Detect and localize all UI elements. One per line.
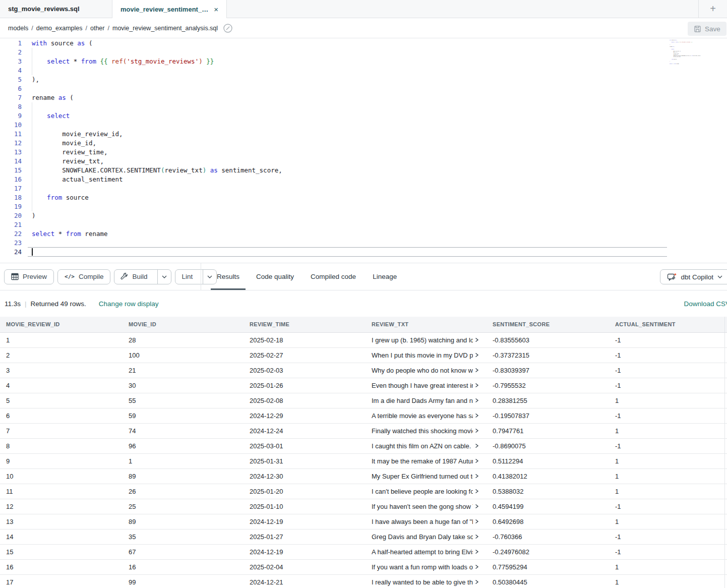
compile-button[interactable]: </> Compile xyxy=(57,269,110,284)
breadcrumb-item[interactable]: demo_examples xyxy=(36,25,83,32)
code-line-text: actual_sentiment xyxy=(32,175,123,184)
editor-line[interactable]: 18 from source xyxy=(0,193,727,202)
expand-row-icon[interactable] xyxy=(474,534,479,539)
line-number: 18 xyxy=(0,193,22,202)
file-tab-bar: stg_movie_reviews.sql movie_review_senti… xyxy=(0,0,727,18)
editor-line[interactable]: 10 xyxy=(0,121,727,130)
build-button[interactable]: Build xyxy=(114,270,153,284)
expand-row-icon[interactable] xyxy=(474,579,479,584)
cell-review-txt: If you haven't seen the gong show TV s… xyxy=(366,499,487,514)
table-edge-cell xyxy=(724,332,727,347)
save-button[interactable]: Save xyxy=(688,22,726,36)
expand-row-icon[interactable] xyxy=(474,443,479,448)
expand-row-icon[interactable] xyxy=(474,519,479,524)
editor-line[interactable]: 20) xyxy=(0,211,727,220)
review-text: Greg Davis and Bryan Daly take some … xyxy=(372,533,473,541)
editor-line[interactable]: 8 xyxy=(0,102,727,111)
editor-line[interactable]: 14 review_txt, xyxy=(0,157,727,166)
expand-row-icon[interactable] xyxy=(474,352,479,358)
cell-movie-review-id: 2 xyxy=(0,347,123,363)
expand-row-icon[interactable] xyxy=(474,504,479,509)
editor-line[interactable]: 21 xyxy=(0,220,727,229)
cell-review-time: 2025-01-20 xyxy=(244,484,366,499)
expand-row-icon[interactable] xyxy=(474,564,479,569)
editor-line[interactable]: 12 movie_id, xyxy=(0,139,727,148)
editor-line[interactable]: 19 xyxy=(0,202,727,211)
tab-compiled-code[interactable]: Compiled code xyxy=(311,263,356,290)
line-number: 14 xyxy=(0,157,22,166)
editor-line[interactable]: 4 xyxy=(0,66,727,75)
editor-line[interactable]: 6 xyxy=(0,84,727,93)
tab-code-quality[interactable]: Code quality xyxy=(256,263,294,290)
column-header-actual-sentiment[interactable]: ACTUAL_SENTIMENT xyxy=(609,317,724,332)
tab-lineage[interactable]: Lineage xyxy=(373,263,397,290)
lint-label: Lint xyxy=(181,273,193,280)
column-header-review-time[interactable]: REVIEW_TIME xyxy=(244,317,366,332)
expand-row-icon[interactable] xyxy=(474,474,479,479)
code-line-text: select * from {{ ref('stg_movie_reviews'… xyxy=(32,57,214,66)
editor-line[interactable]: 1with source as ( xyxy=(0,39,727,48)
editor-line[interactable]: 15 SNOWFLAKE.CORTEX.SENTIMENT(review_txt… xyxy=(0,166,727,175)
code-editor[interactable]: 1with source as (23 select * from {{ ref… xyxy=(0,38,727,263)
file-tab-label: stg_movie_reviews.sql xyxy=(8,5,80,13)
editor-line[interactable]: 5), xyxy=(0,75,727,84)
expand-row-icon[interactable] xyxy=(474,428,479,433)
column-header-movie-id[interactable]: MOVIE_ID xyxy=(123,317,244,332)
column-header-sentiment-score[interactable]: SENTIMENT_SCORE xyxy=(487,317,609,332)
download-csv-link[interactable]: Download CSV xyxy=(684,300,727,308)
expand-row-icon[interactable] xyxy=(474,337,479,342)
cell-review-txt: I can't believe people are looking for a… xyxy=(366,484,487,499)
cell-movie-review-id: 15 xyxy=(0,544,123,559)
expand-row-icon[interactable] xyxy=(474,398,479,403)
expand-row-icon[interactable] xyxy=(474,489,479,494)
table-row: 1282025-02-18I grew up (b. 1965) watchin… xyxy=(0,332,727,347)
new-tab-button[interactable]: + xyxy=(699,0,727,18)
breadcrumb-item[interactable]: movie_review_sentiment_analysis.sql xyxy=(112,25,218,32)
cell-movie-id: 99 xyxy=(123,574,244,588)
expand-row-icon[interactable] xyxy=(474,413,479,418)
table-row: 912025-01-31It may be the remake of 1987… xyxy=(0,453,727,468)
build-dropdown-button[interactable] xyxy=(157,270,171,284)
preview-button[interactable]: Preview xyxy=(4,269,54,284)
file-tab-movie-review-sentiment[interactable]: movie_review_sentiment_… × xyxy=(112,0,227,18)
breadcrumb: models/demo_examples/other/movie_review_… xyxy=(8,25,218,32)
tab-results[interactable]: Results xyxy=(217,263,239,290)
expand-row-icon[interactable] xyxy=(474,458,479,463)
cell-actual-sentiment: -1 xyxy=(609,378,724,393)
breadcrumb-item[interactable]: models xyxy=(8,25,28,32)
file-tab-stg-movie-reviews[interactable]: stg_movie_reviews.sql xyxy=(0,0,112,18)
editor-line[interactable]: 23 xyxy=(0,239,727,248)
cell-movie-review-id: 16 xyxy=(0,559,123,574)
editor-line[interactable]: 3 select * from {{ ref('stg_movie_review… xyxy=(0,57,727,66)
review-text: My Super Ex Girlfriend turned out to b… xyxy=(372,473,473,480)
code-line-text: rename as ( xyxy=(32,93,74,102)
review-text: It may be the remake of 1987 Autumn'… xyxy=(372,457,473,465)
expand-row-icon[interactable] xyxy=(474,383,479,388)
editor-line[interactable]: 7rename as ( xyxy=(0,93,727,102)
change-row-display-link[interactable]: Change row display xyxy=(99,300,159,308)
expand-row-icon[interactable] xyxy=(474,549,479,554)
expand-row-icon[interactable] xyxy=(474,368,479,373)
editor-line[interactable]: 16 actual_sentiment xyxy=(0,175,727,184)
lint-button[interactable]: Lint xyxy=(175,270,199,284)
editor-line[interactable]: 13 review_time, xyxy=(0,148,727,157)
editor-line[interactable]: 2 xyxy=(0,48,727,57)
dbt-copilot-button[interactable]: dbt Copilot xyxy=(660,269,727,284)
editor-line[interactable]: 24 xyxy=(0,248,727,257)
lint-dropdown-button[interactable] xyxy=(203,270,216,284)
cell-movie-id: 28 xyxy=(123,332,244,347)
editor-line[interactable]: 9 select xyxy=(0,111,727,121)
column-header-movie-review-id[interactable]: MOVIE_REVIEW_ID xyxy=(0,317,123,332)
column-header-review-txt[interactable]: REVIEW_TXT xyxy=(366,317,487,332)
cell-review-time: 2024-12-30 xyxy=(244,468,366,484)
table-edge-cell xyxy=(724,408,727,423)
close-icon[interactable]: × xyxy=(214,5,218,14)
line-number: 24 xyxy=(0,248,22,257)
editor-line[interactable]: 17 xyxy=(0,184,727,193)
editor-line[interactable]: 22select * from rename xyxy=(0,229,727,239)
editor-minimap[interactable]: with source as ( select * from {{ ref('s… xyxy=(670,39,707,69)
breadcrumb-item[interactable]: other xyxy=(90,25,105,32)
cell-review-time: 2025-01-26 xyxy=(244,378,366,393)
editor-line[interactable]: 11 movie_review_id, xyxy=(0,130,727,139)
review-text: I have always been a huge fan of "Hom… xyxy=(372,518,473,525)
